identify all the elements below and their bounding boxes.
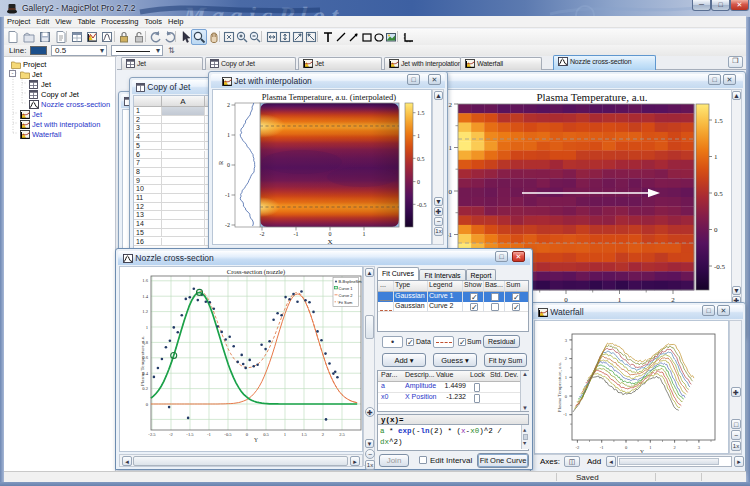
svg-text:0: 0 [329,231,332,237]
svg-text:Fit Sum: Fit Sum [339,300,353,305]
svg-text:3: 3 [698,445,701,450]
svg-text:0.5: 0.5 [714,190,723,198]
svg-text:-0.5: -0.5 [417,202,427,208]
svg-text:1.5: 1.5 [714,117,723,125]
svg-text:-2: -2 [225,222,230,228]
svg-text:1: 1 [449,144,453,152]
svg-text:1.5: 1.5 [417,110,425,116]
svg-text:1: 1 [649,445,651,450]
svg-text:-1: -1 [207,432,212,437]
svg-text:0: 0 [227,162,230,168]
svg-text:1: 1 [227,132,230,138]
svg-text:X: X [327,238,332,245]
svg-text:1: 1 [565,375,567,380]
svg-text:-1: -1 [600,445,604,450]
svg-text:1.5: 1.5 [301,432,307,437]
svg-text:Curve 1: Curve 1 [339,286,354,291]
svg-text:2.5: 2.5 [339,432,345,437]
svg-text:0: 0 [625,445,628,450]
svg-text:Y: Y [254,437,258,443]
svg-text:0: 0 [714,226,718,234]
svg-text:1: 1 [284,432,287,437]
svg-text:0: 0 [449,188,453,196]
svg-text:1: 1 [417,133,420,139]
svg-text:-2: -2 [576,445,580,450]
svg-text:0: 0 [417,179,420,185]
svg-text:-2: -2 [260,231,265,237]
svg-text:3: 3 [565,338,568,343]
svg-text:Cross-section (nozzle): Cross-section (nozzle) [227,268,285,276]
svg-text:2: 2 [227,102,230,108]
svg-text:0: 0 [565,394,568,399]
svg-text:-0.5: -0.5 [714,263,726,271]
svg-text:2: 2 [449,101,453,109]
svg-text:0: 0 [246,432,249,437]
svg-text:2: 2 [565,356,567,361]
svg-text:Plasma Temperature, a.u.: Plasma Temperature, a.u. [536,91,647,103]
svg-text:1: 1 [714,153,718,161]
svg-text:1: 1 [363,231,366,237]
svg-text:0: 0 [146,402,149,407]
svg-text:Curve 2: Curve 2 [339,293,354,298]
svg-text:0.5: 0.5 [263,432,269,437]
svg-text:0.5: 0.5 [417,156,425,162]
svg-text:1.4: 1.4 [142,294,148,299]
svg-text:2: 2 [322,432,325,437]
svg-text:2: 2 [673,445,675,450]
svg-text:-1: -1 [225,192,230,198]
svg-text:Plasma Temperature, a.u. (inte: Plasma Temperature, a.u. (interpolated) [262,92,396,102]
svg-text:1: 1 [146,325,149,330]
svg-text:-2.5: -2.5 [148,432,156,437]
svg-text:-0.5: -0.5 [224,432,232,437]
svg-text:R: R [217,160,224,165]
svg-text:-1: -1 [563,412,567,417]
svg-text:B-BsplineSm: B-BsplineSm [339,279,363,284]
svg-text:1.2: 1.2 [142,309,148,314]
svg-text:1.6: 1.6 [142,278,148,283]
svg-text:-1: -1 [294,231,299,237]
svg-text:Plasma Temperature, a.u.: Plasma Temperature, a.u. [557,362,563,413]
svg-text:-2: -2 [169,432,174,437]
svg-text:-1.5: -1.5 [186,432,194,437]
